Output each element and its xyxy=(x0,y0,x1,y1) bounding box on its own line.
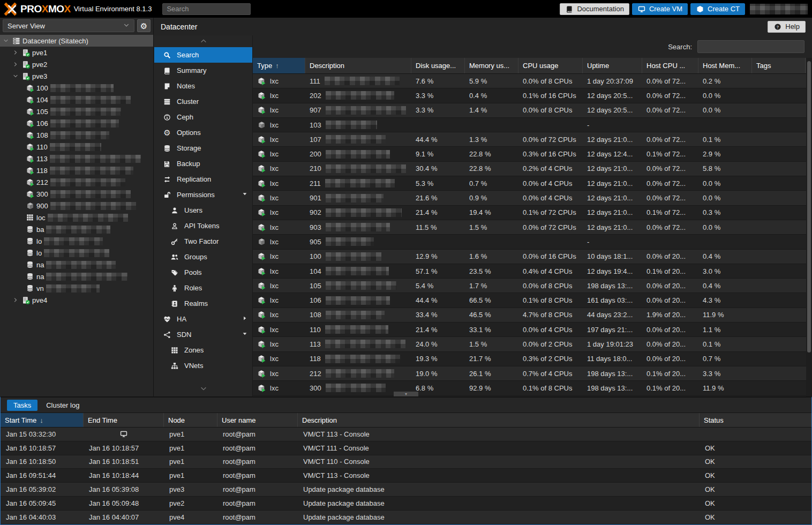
menu-scroll-up[interactable] xyxy=(154,35,252,47)
task-row[interactable]: Jan 15 03:32:30 pve1 root@pam VM/CT 113 … xyxy=(1,428,811,441)
tree-item[interactable]: na xyxy=(0,271,153,282)
table-row[interactable]: lxc 907 3.3 % 1.4 % 0.0% of 8 CPUs 12 da… xyxy=(253,103,806,118)
chevron-right-icon[interactable] xyxy=(12,297,19,303)
tree-item-pve4[interactable]: pve4 xyxy=(0,294,153,306)
menu-item-sdn[interactable]: SDN xyxy=(154,327,252,342)
task-column-description[interactable]: Description xyxy=(298,413,700,427)
table-row[interactable]: lxc 212 19.0 % 26.1 % 0.7% of 4 CPUs 198… xyxy=(253,366,806,381)
tree-item[interactable]: lo xyxy=(0,235,153,247)
tree-item[interactable]: vn xyxy=(0,282,153,294)
chevron-right-icon[interactable] xyxy=(12,61,19,68)
column-header-description[interactable]: Description xyxy=(305,58,411,73)
table-row[interactable]: lxc 105 5.4 % 1.7 % 0.0% of 8 CPUs 198 d… xyxy=(253,279,806,293)
column-header-tags[interactable]: Tags xyxy=(752,58,806,73)
tree-item-pve1[interactable]: pve1 xyxy=(0,47,153,58)
chevron-down-icon[interactable] xyxy=(12,73,19,79)
create-vm-button[interactable]: Create VM xyxy=(632,3,688,15)
task-column-node[interactable]: Node xyxy=(164,413,217,427)
menu-item-zones[interactable]: Zones xyxy=(154,342,252,358)
table-row[interactable]: lxc 118 19.3 % 21.7 % 0.3% of 2 CPUs 11 … xyxy=(253,352,806,366)
tree-item-pve3[interactable]: pve3 xyxy=(0,70,153,82)
menu-item-search[interactable]: Search xyxy=(154,47,252,63)
task-row[interactable]: Jan 16 10:18:57 Jan 16 10:18:57 pve1 roo… xyxy=(1,441,811,455)
splitter-handle[interactable]: ▾ xyxy=(394,392,418,396)
table-row[interactable]: lxc 903 11.5 % 1.5 % 0.0% of 72 CPUs 12 … xyxy=(253,220,806,235)
menu-scroll-down[interactable] xyxy=(154,382,252,394)
menu-item-summary[interactable]: Summary xyxy=(154,63,252,78)
menu-item-pools[interactable]: Pools xyxy=(154,265,252,280)
table-row[interactable]: lxc 200 9.1 % 22.8 % 0.3% of 16 CPUs 12 … xyxy=(253,147,806,161)
tab-cluster-log[interactable]: Cluster log xyxy=(40,400,86,411)
table-row[interactable]: lxc 108 33.4 % 46.5 % 4.7% of 8 CPUs 44 … xyxy=(253,308,806,322)
tree-item[interactable]: 212 xyxy=(0,176,153,188)
tree-item[interactable]: 106 xyxy=(0,117,153,129)
menu-item-groups[interactable]: Groups xyxy=(154,249,252,265)
tree-item[interactable]: 105 xyxy=(0,106,153,117)
menu-item-two-factor[interactable]: Two Factor xyxy=(154,234,252,249)
menu-item-permissions[interactable]: Permissions xyxy=(154,187,252,202)
task-column-start-time[interactable]: Start Time↓ xyxy=(1,413,84,427)
tree-item[interactable]: 113 xyxy=(0,153,153,164)
documentation-button[interactable]: Documentation xyxy=(560,3,629,15)
tree-item[interactable]: ba xyxy=(0,223,153,235)
task-column-user-name[interactable]: User name xyxy=(217,413,298,427)
create-ct-button[interactable]: Create CT xyxy=(690,3,745,15)
tree-settings-button[interactable]: ⚙ xyxy=(137,19,151,32)
table-row[interactable]: lxc 210 30.4 % 22.8 % 0.2% of 4 CPUs 12 … xyxy=(253,162,806,176)
tree-item[interactable]: 110 xyxy=(0,141,153,153)
tab-tasks[interactable]: Tasks xyxy=(7,400,37,411)
help-button[interactable]: ? Help xyxy=(768,21,806,33)
table-row[interactable]: lxc 104 57.1 % 23.5 % 0.4% of 4 CPUs 12 … xyxy=(253,264,806,279)
tree-item[interactable]: 104 xyxy=(0,94,153,106)
tree-item[interactable]: 100 xyxy=(0,82,153,94)
column-header-disk-usage-[interactable]: Disk usage... xyxy=(411,58,465,73)
view-select[interactable]: Server View xyxy=(3,19,134,32)
tree-item[interactable]: 300 xyxy=(0,188,153,200)
table-row[interactable]: lxc 202 3.3 % 0.4 % 0.1% of 16 CPUs 12 d… xyxy=(253,88,806,103)
table-row[interactable]: lxc 905 - xyxy=(253,235,806,249)
menu-item-vnets[interactable]: VNets xyxy=(154,358,252,373)
tree-item[interactable]: lo xyxy=(0,247,153,259)
table-row[interactable]: lxc 107 44.4 % 1.3 % 0.0% of 72 CPUs 12 … xyxy=(253,132,806,147)
task-row[interactable]: Jan 16 05:39:02 Jan 16 05:39:08 pve3 roo… xyxy=(1,483,811,497)
tree-item[interactable]: na xyxy=(0,259,153,271)
task-row[interactable]: Jan 16 10:18:50 Jan 16 10:18:51 pve1 roo… xyxy=(1,455,811,469)
table-row[interactable]: lxc 100 12.9 % 1.6 % 0.0% of 16 CPUs 10 … xyxy=(253,250,806,264)
menu-item-options[interactable]: ⚙Options xyxy=(154,125,252,140)
tree-item-pve2[interactable]: pve2 xyxy=(0,58,153,70)
menu-item-ceph[interactable]: Ceph xyxy=(154,109,252,125)
column-header-host-mem-[interactable]: Host Mem... xyxy=(698,58,752,73)
redacted-username[interactable] xyxy=(750,4,808,14)
table-row[interactable]: lxc 111 7.6 % 5.9 % 0.0% of 8 CPUs 1 day… xyxy=(253,74,806,88)
column-header-cpu-usage[interactable]: CPU usage xyxy=(518,58,583,73)
scrollbar-thumb[interactable] xyxy=(807,61,811,352)
chevron-right-icon[interactable] xyxy=(12,49,19,56)
tree-item[interactable]: 900 xyxy=(0,200,153,212)
menu-item-storage[interactable]: Storage xyxy=(154,140,252,156)
menu-item-ha[interactable]: HA xyxy=(154,311,252,327)
menu-item-backup[interactable]: Backup xyxy=(154,156,252,171)
task-row[interactable]: Jan 16 04:40:03 Jan 16 04:40:07 pve4 roo… xyxy=(1,511,811,524)
table-row[interactable]: lxc 300 6.8 % 92.9 % 0.1% of 8 CPUs 198 … xyxy=(253,381,806,395)
tree-item[interactable]: 118 xyxy=(0,164,153,176)
task-column-end-time[interactable]: End Time xyxy=(84,413,164,427)
menu-item-roles[interactable]: Roles xyxy=(154,280,252,296)
menu-item-users[interactable]: Users xyxy=(154,202,252,218)
table-row[interactable]: lxc 113 24.0 % 1.5 % 0.0% of 2 CPUs 1 da… xyxy=(253,337,806,351)
menu-item-replication[interactable]: Replication xyxy=(154,171,252,187)
column-header-uptime[interactable]: Uptime xyxy=(583,58,642,73)
global-search-input[interactable] xyxy=(162,3,251,15)
task-column-status[interactable]: Status xyxy=(700,413,811,427)
table-row[interactable]: lxc 106 44.4 % 66.5 % 0.1% of 8 CPUs 161… xyxy=(253,293,806,308)
table-row[interactable]: lxc 902 21.4 % 19.4 % 0.1% of 72 CPUs 12… xyxy=(253,206,806,220)
tree-item[interactable]: 108 xyxy=(0,129,153,141)
chevron-down-icon[interactable] xyxy=(2,38,10,44)
vertical-scrollbar[interactable] xyxy=(806,58,812,396)
menu-item-api-tokens[interactable]: API Tokens xyxy=(154,218,252,234)
tree-item[interactable]: loc xyxy=(0,212,153,223)
column-header-host-cpu-[interactable]: Host CPU ... xyxy=(642,58,698,73)
table-row[interactable]: lxc 103 - xyxy=(253,118,806,132)
menu-item-cluster[interactable]: Cluster xyxy=(154,94,252,109)
table-row[interactable]: lxc 901 21.6 % 0.9 % 0.0% of 4 CPUs 12 d… xyxy=(253,191,806,205)
column-header-memory-us-[interactable]: Memory us... xyxy=(465,58,518,73)
